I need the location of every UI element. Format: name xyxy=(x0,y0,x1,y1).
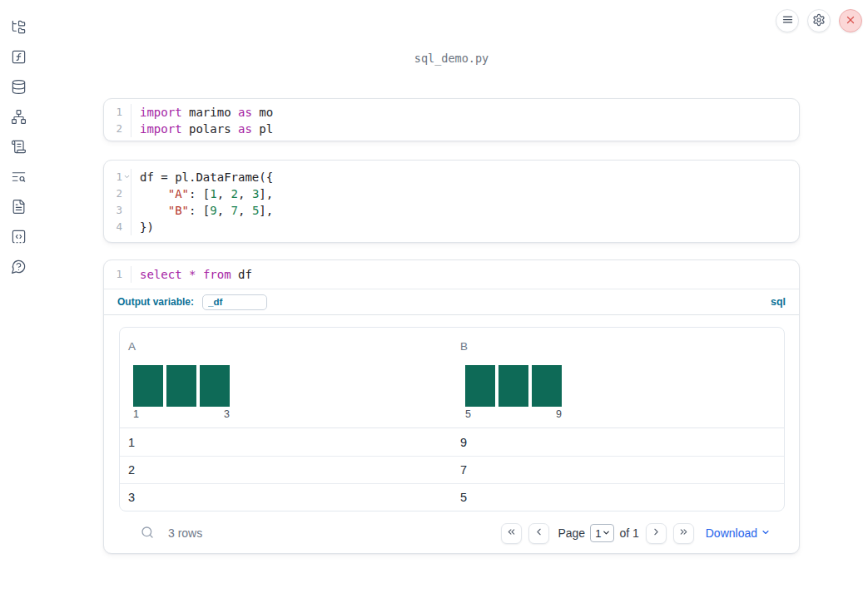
table-cell: 2 xyxy=(120,463,452,477)
table-cell: 9 xyxy=(452,436,784,449)
sidebar-item-scratchpad[interactable] xyxy=(11,170,27,185)
settings-button[interactable] xyxy=(807,9,831,32)
histogram-axis-labels: 1 3 xyxy=(133,408,230,420)
column-name[interactable]: A xyxy=(128,340,136,354)
dataframe-table: A 1 3 B 5 9 xyxy=(119,327,785,511)
cell-sql: 1select * from df Output variable: sql A… xyxy=(103,259,800,554)
database-icon xyxy=(11,79,27,97)
code-line: 2 "A": [1, 2, 3], xyxy=(104,185,799,202)
column-header-a: A 1 3 xyxy=(120,328,452,427)
page-label: Page xyxy=(558,526,585,540)
table-header: A 1 3 B 5 9 xyxy=(120,328,784,428)
cell-output: A 1 3 B 5 9 xyxy=(104,315,799,549)
function-square-icon xyxy=(11,49,27,67)
code-square-dashed-icon xyxy=(11,229,27,247)
code-text: select * from df xyxy=(131,266,252,283)
sidebar-item-data-sources[interactable] xyxy=(11,80,27,96)
notebook-filename: sql_demo.py xyxy=(103,52,800,65)
code-line: 3 "B": [9, 7, 5], xyxy=(104,202,799,219)
code-editor[interactable]: 1import marimo as mo2import polars as pl xyxy=(104,99,799,141)
close-x-icon xyxy=(845,14,856,28)
code-line: 2import polars as pl xyxy=(104,121,799,137)
chevrons-left-icon xyxy=(506,526,517,540)
next-page-button[interactable] xyxy=(646,523,667,544)
table-row: 27 xyxy=(120,456,784,483)
histogram-bar xyxy=(166,365,196,407)
line-number: 4 xyxy=(104,219,131,235)
code-line: 4}) xyxy=(104,219,799,235)
sidebar-item-chat-help[interactable] xyxy=(11,259,27,275)
code-text: import polars as pl xyxy=(131,121,273,137)
code-editor[interactable]: 1df = pl.DataFrame({2 "A": [1, 2, 3],3 "… xyxy=(104,161,799,243)
sidebar-item-snippets[interactable] xyxy=(11,230,27,245)
code-text: "A": [1, 2, 3], xyxy=(131,185,273,202)
table-body: 192735 xyxy=(120,428,784,511)
chevron-left-icon xyxy=(533,526,544,540)
search-icon xyxy=(141,526,154,541)
histogram-bar xyxy=(133,365,163,407)
line-number: 2 xyxy=(104,185,131,202)
line-number: 1 xyxy=(104,266,131,283)
histogram-bar xyxy=(465,365,495,407)
code-text: "B": [9, 7, 5], xyxy=(131,202,273,219)
line-number: 2 xyxy=(104,121,131,137)
chevron-down-icon xyxy=(761,526,771,540)
code-text: df = pl.DataFrame({ xyxy=(131,169,273,185)
sidebar-item-variables[interactable] xyxy=(11,50,27,66)
shutdown-button[interactable] xyxy=(839,9,862,32)
helper-panel-sidebar xyxy=(0,0,37,593)
language-badge-sql[interactable]: sql xyxy=(771,296,786,308)
last-page-button[interactable] xyxy=(673,523,694,544)
output-variable-label: Output variable: xyxy=(117,296,194,308)
line-number: 1 xyxy=(104,169,131,185)
histogram-bar xyxy=(498,365,528,407)
table-footer: 3 rows Page 1 of 1 xyxy=(134,517,771,549)
previous-page-button[interactable] xyxy=(528,523,549,544)
output-variable-input[interactable] xyxy=(202,294,267,310)
column-histogram-b xyxy=(465,365,784,407)
folder-tree-icon xyxy=(11,19,27,37)
column-header-b: B 5 9 xyxy=(452,328,784,427)
search-button[interactable] xyxy=(141,526,154,541)
sidebar-item-logs[interactable] xyxy=(11,140,27,156)
page-select[interactable]: 1 xyxy=(590,524,614,542)
column-histogram-a xyxy=(133,365,452,407)
table-row: 35 xyxy=(120,483,784,511)
sql-code-editor[interactable]: 1select * from df xyxy=(104,260,799,289)
cell-imports: 1import marimo as mo2import polars as pl xyxy=(103,98,800,141)
hist-max-label: 9 xyxy=(556,408,562,420)
notebook-content: sql_demo.py 1import marimo as mo2import … xyxy=(103,0,800,593)
row-count: 3 rows xyxy=(168,526,202,540)
hist-min-label: 5 xyxy=(465,408,471,420)
table-cell: 1 xyxy=(120,436,452,449)
histogram-axis-labels: 5 9 xyxy=(465,408,562,420)
table-cell: 7 xyxy=(452,463,784,477)
code-line: 1import marimo as mo xyxy=(104,104,799,121)
page-select-value: 1 xyxy=(595,527,601,540)
chevrons-right-icon xyxy=(678,526,689,540)
sidebar-item-file-explorer[interactable] xyxy=(11,20,27,36)
gear-icon xyxy=(812,13,826,29)
sql-cell-options-row: Output variable: sql xyxy=(104,289,799,315)
code-text: }) xyxy=(131,219,154,235)
sidebar-item-documentation[interactable] xyxy=(11,200,27,215)
table-cell: 3 xyxy=(120,491,452,504)
column-name[interactable]: B xyxy=(460,340,468,354)
download-button[interactable]: Download xyxy=(706,526,771,540)
hist-max-label: 3 xyxy=(224,408,230,420)
file-text-icon xyxy=(11,199,27,217)
page-total-label: of 1 xyxy=(619,526,638,540)
chevron-down-icon xyxy=(602,527,611,540)
histogram-bar xyxy=(532,365,562,407)
code-text: import marimo as mo xyxy=(131,104,273,121)
sidebar-item-dependencies[interactable] xyxy=(11,110,27,126)
network-graph-icon xyxy=(11,109,27,127)
table-row: 19 xyxy=(120,428,784,456)
text-search-icon xyxy=(11,169,27,187)
chevron-right-icon xyxy=(651,526,662,540)
line-number: 1 xyxy=(104,104,131,121)
first-page-button[interactable] xyxy=(501,523,522,544)
fold-chevron-icon[interactable] xyxy=(123,173,131,180)
code-line: 1df = pl.DataFrame({ xyxy=(104,169,799,185)
message-question-icon xyxy=(11,259,27,277)
